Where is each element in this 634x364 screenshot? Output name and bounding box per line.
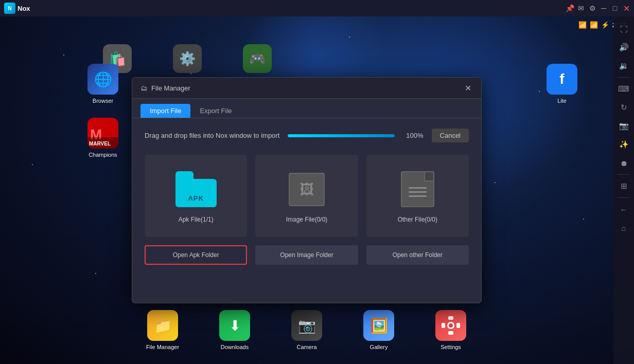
apk-card-label: Apk File(1/1) [179,216,214,223]
sidebar-volume-down-icon[interactable]: 🔉 [615,58,632,74]
image-file-icon: 🖼 [289,173,325,206]
cancel-button[interactable]: Cancel [432,129,469,142]
image-card-label: Image File(0/0) [286,216,328,223]
modal-close-button[interactable]: ✕ [463,83,473,93]
sidebar-back-icon[interactable]: ← [615,201,632,217]
image-file-icon-container: 🖼 [286,169,327,210]
progress-bar-container [288,134,394,137]
sidebar-divider-3 [618,197,630,198]
folder-body: APK [175,179,217,207]
minimize-icon[interactable]: ─ [600,5,607,12]
doc-line-2 [409,191,427,193]
apk-file-card: APK Apk File(1/1) [145,155,247,237]
right-sidebar: ⛶ 🔊 🔉 ⌨ ↻ 📷 ✨ ⏺ ⊞ ← ⌂ [613,16,634,364]
sidebar-sparkle-icon[interactable]: ✨ [615,136,632,153]
sidebar-volume-icon[interactable]: 🔊 [615,39,632,56]
nox-logo-icon: N [4,3,15,14]
doc-line-3 [409,195,427,197]
sidebar-screenshot-icon[interactable]: 📷 [615,118,632,134]
tab-import[interactable]: Import File [140,104,190,118]
open-image-folder-button[interactable]: Open Image Folder [255,245,358,265]
apk-text-label: APK [188,194,203,202]
open-other-folder-button[interactable]: Open other Folder [366,245,469,265]
close-icon[interactable]: ✕ [623,5,630,12]
sidebar-rotate-icon[interactable]: ↻ [615,99,632,116]
mail-icon[interactable]: ✉ [577,5,585,12]
image-icon-glyph: 🖼 [300,181,314,198]
modal-overlay: 🗂 File Manager ✕ Import File Export File… [0,16,613,364]
modal-title: File Manager [151,84,190,92]
doc-icon-container [397,169,438,210]
apk-folder-icon: APK [175,169,217,210]
nox-logo: N Nox [4,3,30,14]
doc-line-1 [409,187,427,189]
doc-lines [409,187,427,197]
modal-title-area: 🗂 File Manager [140,84,190,92]
file-type-cards: APK Apk File(1/1) 🖼 Image File(0/0) [145,155,469,237]
top-bar: N Nox 📌 ✉ ⚙ ─ □ ✕ [0,0,634,16]
window-controls: 📌 ✉ ⚙ ─ □ ✕ [566,5,630,12]
progress-bar-fill [288,134,394,137]
progress-section: Drag and drop files into Nox window to i… [145,129,469,142]
modal-header: 🗂 File Manager ✕ [132,78,481,99]
open-apk-folder-button[interactable]: Open Apk Folder [145,245,247,265]
progress-percent: 100% [403,132,424,139]
sidebar-multi-icon[interactable]: ⊞ [615,178,632,194]
tab-export[interactable]: Export File [190,104,241,118]
pin-icon[interactable]: 📌 [566,5,573,12]
maximize-icon[interactable]: □ [611,5,619,12]
doc-icon [401,171,434,207]
sidebar-divider-1 [618,77,630,78]
file-manager-modal: 🗂 File Manager ✕ Import File Export File… [132,77,482,303]
modal-tabs: Import File Export File [132,99,481,118]
progress-label: Drag and drop files into Nox window to i… [145,132,279,139]
nox-title: Nox [17,5,30,12]
modal-body: Drag and drop files into Nox window to i… [132,118,481,275]
doc-corner [424,172,433,181]
other-file-card: Other File(0/0) [366,155,469,237]
other-card-label: Other File(0/0) [398,216,437,223]
sidebar-expand-icon[interactable]: ⛶ [615,21,632,37]
folder-buttons: Open Apk Folder Open Image Folder Open o… [145,245,469,265]
sidebar-record-icon[interactable]: ⏺ [615,155,632,171]
folder-tab [175,171,193,179]
image-file-card: 🖼 Image File(0/0) [255,155,358,237]
gear-icon[interactable]: ⚙ [589,5,596,12]
sidebar-divider-2 [618,174,630,175]
modal-title-icon: 🗂 [140,84,147,92]
sidebar-home-icon[interactable]: ⌂ [615,220,632,236]
sidebar-keyboard-icon[interactable]: ⌨ [615,81,632,97]
